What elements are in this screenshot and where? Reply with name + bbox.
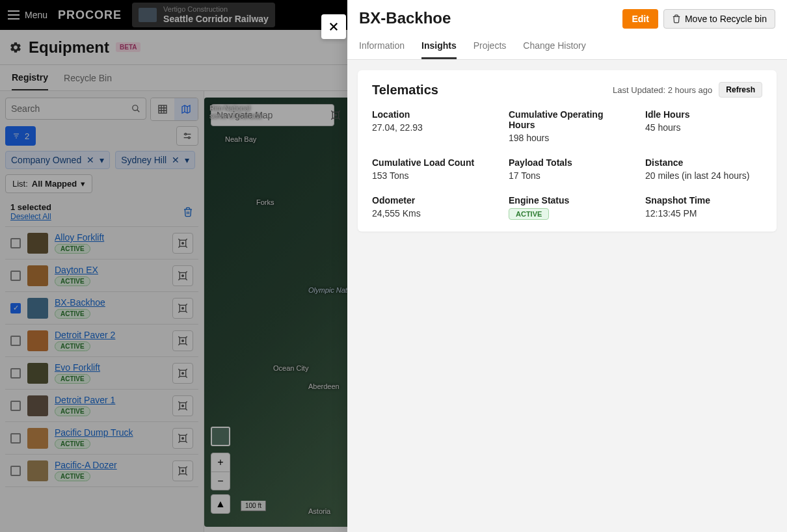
panel-tab-insights[interactable]: Insights <box>421 36 457 59</box>
equipment-thumb <box>27 330 48 351</box>
equipment-checkbox[interactable]: ✓ <box>10 303 21 313</box>
close-button[interactable] <box>321 14 346 39</box>
equipment-name-link[interactable]: Detroit Paver 1 <box>55 395 166 405</box>
map-type-toggle[interactable] <box>211 427 230 446</box>
svg-line-34 <box>186 311 187 312</box>
move-to-recycle-button[interactable]: Move to Recycle bin <box>663 9 775 29</box>
equipment-row: Evo ForkliftACTIVE <box>5 356 198 389</box>
telematics-title: Telematics <box>372 83 438 98</box>
svg-line-32 <box>186 304 187 305</box>
tele-distance: Distance 20 miles (in last 24 hours) <box>645 157 762 181</box>
column-settings-button[interactable] <box>176 126 198 146</box>
svg-line-19 <box>178 239 180 240</box>
map-label: Forks <box>256 198 274 206</box>
tele-idle: Idle Hours 45 hours <box>645 109 762 143</box>
locate-on-map-button[interactable] <box>172 363 193 384</box>
locate-icon <box>178 466 188 476</box>
equipment-row: Pacific Dump TruckACTIVE <box>5 421 198 454</box>
svg-line-51 <box>178 408 180 410</box>
equipment-name-link[interactable]: Alloy Forklift <box>55 232 166 243</box>
map-compass[interactable]: ▲ <box>211 494 230 514</box>
equipment-checkbox[interactable] <box>10 336 21 346</box>
svg-line-40 <box>186 343 187 345</box>
svg-line-55 <box>178 434 180 435</box>
svg-line-20 <box>186 239 187 240</box>
locate-icon <box>178 238 188 248</box>
panel-tab-history[interactable]: Change History <box>523 36 586 59</box>
equipment-checkbox[interactable] <box>10 466 21 476</box>
equipment-checkbox[interactable] <box>10 401 21 411</box>
locate-icon <box>178 336 188 346</box>
svg-point-24 <box>182 274 184 276</box>
equipment-checkbox[interactable] <box>10 433 21 444</box>
locate-on-map-button[interactable] <box>172 298 193 319</box>
locate-on-map-button[interactable] <box>172 265 193 286</box>
panel-tab-information[interactable]: Information <box>359 36 405 59</box>
filter-button[interactable]: 2 <box>5 126 36 146</box>
equipment-name-link[interactable]: Evo Forklift <box>55 362 166 373</box>
locate-on-map-button[interactable] <box>172 233 193 254</box>
equipment-checkbox[interactable] <box>10 368 21 379</box>
menu-button[interactable]: Menu <box>8 10 47 20</box>
equipment-checkbox[interactable] <box>10 271 21 281</box>
map-label: Neah Bay <box>225 135 256 143</box>
equipment-checkbox[interactable] <box>10 238 21 248</box>
svg-point-42 <box>182 372 184 374</box>
svg-line-26 <box>186 271 187 273</box>
zoom-in-button[interactable]: + <box>211 453 230 472</box>
equipment-thumb <box>27 460 48 481</box>
left-sidebar: 2 Company Owned ✕ ▾ Sydney Hill ✕ ▾ List… <box>0 91 204 532</box>
chip-remove-icon[interactable]: ✕ <box>87 155 94 165</box>
beta-badge: BETA <box>116 42 140 52</box>
locate-on-map-button[interactable] <box>172 330 193 351</box>
delete-button[interactable] <box>183 206 193 218</box>
search-box[interactable] <box>5 98 146 120</box>
svg-point-54 <box>182 437 184 439</box>
view-table-button[interactable] <box>151 98 174 120</box>
view-map-button[interactable] <box>174 98 198 120</box>
zoom-out-button[interactable]: − <box>211 472 230 490</box>
svg-line-68 <box>339 111 340 112</box>
locate-on-map-button[interactable] <box>172 428 193 449</box>
tele-odometer: Odometer 24,555 Kms <box>372 195 489 220</box>
deselect-all-link[interactable]: Deselect All <box>10 212 51 221</box>
panel-tab-projects[interactable]: Projects <box>474 36 507 59</box>
compass-icon: ▲ <box>211 495 230 513</box>
equipment-name-link[interactable]: BX-Backhoe <box>55 297 166 308</box>
chevron-down-icon: ▾ <box>100 155 104 165</box>
project-company: Vertigo Construction <box>163 5 269 14</box>
equipment-name-link[interactable]: Dayton EX <box>55 265 166 275</box>
locate-icon <box>178 271 188 281</box>
refresh-button[interactable]: Refresh <box>719 82 762 98</box>
svg-line-43 <box>178 369 180 370</box>
chip-remove-icon[interactable]: ✕ <box>172 155 180 165</box>
list-mode-select[interactable]: List: All Mapped ▾ <box>5 174 92 193</box>
status-badge: ACTIVE <box>55 276 90 286</box>
project-thumb <box>139 8 157 22</box>
equipment-name-link[interactable]: Detroit Paver 2 <box>55 330 166 340</box>
locate-on-map-button[interactable] <box>172 460 193 481</box>
chip-city[interactable]: Sydney Hill ✕ ▾ <box>115 151 195 169</box>
svg-line-58 <box>186 441 187 442</box>
tab-recycle-bin[interactable]: Recycle Bin <box>64 66 112 90</box>
locate-on-map-button[interactable] <box>172 395 193 416</box>
search-icon <box>131 104 140 113</box>
svg-line-70 <box>339 118 340 120</box>
project-selector[interactable]: Vertigo Construction Seattle Corridor Ra… <box>132 3 275 27</box>
project-name: Seattle Corridor Railway <box>163 14 269 25</box>
locate-icon <box>178 368 188 379</box>
search-input[interactable] <box>11 103 131 114</box>
tab-registry[interactable]: Registry <box>12 66 48 90</box>
tele-snapshot: Snapshot Time 12:13:45 PM <box>645 195 762 220</box>
edit-button[interactable]: Edit <box>622 9 658 29</box>
svg-point-18 <box>182 242 184 244</box>
chip-company-owned[interactable]: Company Owned ✕ ▾ <box>5 151 110 169</box>
logo: PROCORE <box>58 8 122 22</box>
equipment-name-link[interactable]: Pacific-A Dozer <box>55 460 166 470</box>
equipment-name-link[interactable]: Pacific Dump Truck <box>55 427 166 438</box>
sliders-icon <box>182 131 193 141</box>
status-badge: ACTIVE <box>55 341 90 351</box>
filter-count-label: 2 <box>25 131 29 141</box>
map-label: Rim National serve of Canada <box>209 104 262 120</box>
svg-line-28 <box>186 278 187 280</box>
